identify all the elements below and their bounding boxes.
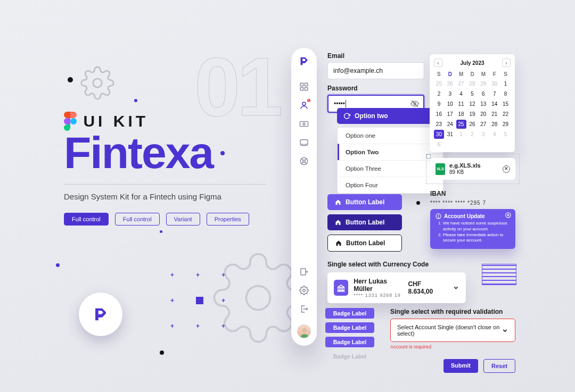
validation-error-text: Account is required. (390, 344, 515, 349)
password-label: Password (327, 85, 424, 92)
svg-rect-6 (300, 88, 303, 90)
calendar-day[interactable]: 18 (456, 110, 466, 119)
reset-button[interactable]: Reset (483, 359, 515, 373)
nav-export-icon[interactable] (298, 265, 310, 278)
calendar-day[interactable]: 5 (467, 89, 478, 98)
brand-title: Fintexa (64, 132, 277, 174)
calendar-day[interactable]: 31 (445, 130, 455, 139)
calendar-next-button[interactable]: › (502, 59, 511, 67)
svg-point-7 (302, 102, 306, 105)
calendar-day[interactable]: 16 (434, 110, 444, 119)
calendar-day[interactable]: 13 (478, 99, 488, 109)
calendar-day[interactable]: 20 (478, 110, 488, 119)
calendar-day[interactable]: 26 (445, 79, 455, 88)
button-primary-soft[interactable]: Button Label (327, 194, 402, 210)
calendar-day[interactable]: 23 (434, 120, 444, 129)
calendar-day[interactable]: 1 (500, 79, 511, 88)
account-select-error[interactable]: Select Account Single (doesn't close on … (390, 319, 515, 342)
calendar-day[interactable]: 5 (500, 130, 511, 139)
svg-point-19 (302, 328, 307, 332)
calendar-day[interactable]: 9 (434, 99, 444, 109)
brand-icon-badge (79, 293, 122, 336)
calendar-day[interactable]: 17 (445, 110, 455, 119)
calendar-day[interactable]: 27 (456, 79, 466, 88)
calendar-day[interactable]: 11 (456, 99, 466, 109)
calendar-day[interactable]: 28 (467, 79, 478, 88)
toggle-visibility-icon[interactable] (410, 99, 419, 108)
calendar-day[interactable]: 3 (445, 89, 455, 98)
calendar-day[interactable]: 27 (478, 120, 488, 129)
calendar-dow: D (467, 70, 478, 78)
calendar-day[interactable]: 25 (434, 79, 444, 88)
calendar-day[interactable]: 3 (478, 130, 488, 139)
iban-value: **** **** **** *295 7 (430, 200, 515, 206)
calendar-day[interactable]: 21 (489, 110, 499, 119)
dropdown-option[interactable]: Option one (338, 128, 443, 144)
email-input[interactable]: info@example.ch (327, 62, 424, 79)
calendar-day[interactable]: 7 (489, 89, 499, 98)
calendar-day[interactable]: 4 (489, 130, 499, 139)
account-select-card[interactable]: Herr Lukas Müller **** 1331 9268 19 CHF … (327, 272, 466, 303)
calendar-day[interactable]: 6 (478, 89, 488, 98)
hero-chip[interactable]: Properties (207, 213, 249, 226)
nav-dashboard-icon[interactable] (298, 80, 310, 93)
hero-chip[interactable]: Variant (166, 213, 200, 226)
submit-button[interactable]: Submit (443, 359, 478, 373)
badge: Badge Label (325, 337, 374, 347)
calendar-day[interactable]: 25 (456, 120, 466, 129)
file-remove-button[interactable]: ✕ (503, 165, 510, 173)
chevron-down-icon (453, 284, 459, 291)
calendar-day[interactable]: 14 (489, 99, 499, 109)
calendar-day[interactable]: 15 (500, 99, 511, 109)
alert-item: Please take immediate action to secure y… (443, 232, 510, 244)
calendar-dow: D (445, 70, 455, 78)
iban-display: IBAN **** **** **** *295 7 (430, 190, 515, 206)
nav-logout-icon[interactable] (298, 303, 310, 315)
alert-item: We have noticed some suspicious activity… (443, 221, 510, 232)
vertical-nav: 1 (291, 48, 317, 346)
svg-line-14 (305, 162, 307, 164)
alert-banner: Account Update We have noticed some susp… (430, 209, 515, 249)
grid-decor: +++ ++ +++ (170, 271, 229, 330)
calendar-day[interactable]: 10 (445, 99, 455, 109)
hero-chip[interactable]: Full control (64, 213, 109, 226)
nav-payments-icon[interactable] (298, 118, 310, 130)
nav-settings-icon[interactable] (298, 284, 310, 297)
calendar-day[interactable]: 8 (500, 89, 511, 98)
calendar-dow: M (456, 70, 466, 78)
calendar-day[interactable]: 22 (500, 110, 511, 119)
alert-close-button[interactable] (505, 212, 511, 218)
calendar-day[interactable]: 4 (456, 89, 466, 98)
calendar-day[interactable]: 12 (467, 99, 478, 109)
calendar-dow: F (489, 70, 499, 78)
svg-point-24 (438, 217, 439, 218)
svg-rect-4 (305, 83, 308, 86)
currency-section-label: Single select with Currency Code (327, 261, 466, 268)
dropdown-trigger[interactable]: Option two (337, 108, 443, 124)
svg-point-9 (303, 123, 305, 125)
button-outline[interactable]: Button Label (327, 235, 402, 252)
calendar-day[interactable]: 29 (478, 79, 488, 88)
svg-rect-17 (301, 269, 306, 275)
calendar-day[interactable]: 30 (434, 130, 444, 139)
calendar-day[interactable]: 1 (456, 130, 466, 139)
svg-point-2 (70, 118, 77, 124)
hero-chip[interactable]: Full control (115, 213, 160, 226)
calendar-day[interactable]: 28 (489, 120, 499, 129)
svg-point-12 (303, 160, 306, 163)
calendar-day[interactable]: 30 (489, 79, 499, 88)
nav-inbox-icon[interactable] (298, 136, 310, 149)
calendar-day[interactable]: 6 (434, 140, 444, 149)
calendar-prev-button[interactable]: ‹ (434, 59, 442, 67)
user-avatar[interactable] (297, 324, 311, 338)
calendar-day[interactable]: 2 (467, 130, 478, 139)
nav-person-icon[interactable]: 1 (298, 99, 310, 112)
button-primary-solid[interactable]: Button Label (327, 214, 402, 230)
calendar-day[interactable]: 19 (467, 110, 478, 119)
calendar-day[interactable]: 2 (434, 89, 444, 98)
calendar-dow: S (500, 70, 511, 78)
nav-help-icon[interactable] (298, 155, 310, 168)
calendar-day[interactable]: 29 (500, 120, 511, 129)
calendar-day[interactable]: 24 (445, 120, 455, 129)
calendar-day[interactable]: 26 (467, 120, 478, 129)
